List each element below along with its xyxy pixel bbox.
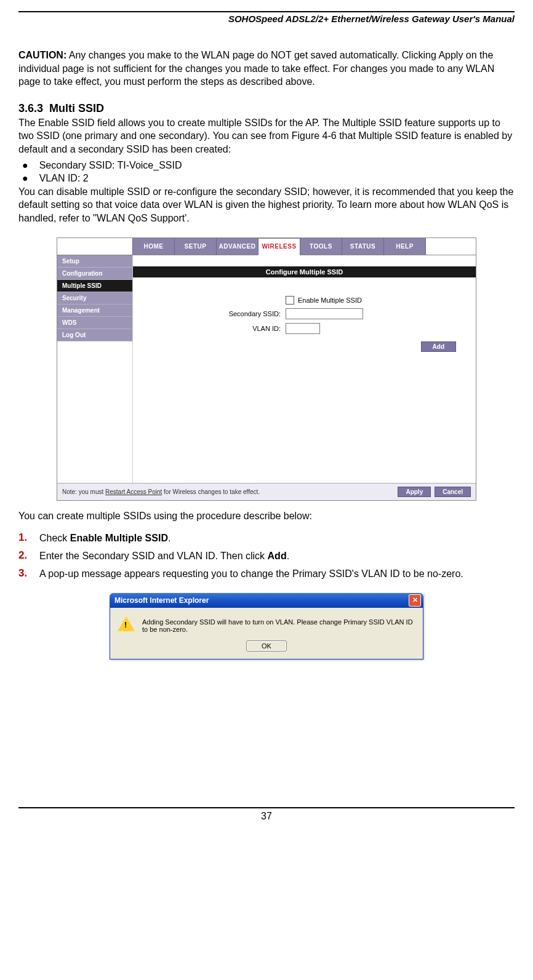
caution-text: Any changes you make to the WLAN page do… [18,50,494,87]
step-number: 3. [18,567,39,581]
tab-status[interactable]: STATUS [342,238,383,255]
tab-home[interactable]: HOME [132,238,174,255]
step-text-bold: Enable Multiple SSID [70,533,168,543]
step-text-pre: Check [39,533,70,543]
ie-dialog: Microsoft Internet Explorer ✕ Adding Sec… [110,593,423,659]
router-sidebar: Setup Configuration Multiple SSID Securi… [57,255,132,483]
step-text-bold: Add [268,551,287,561]
add-button[interactable]: Add [421,341,456,352]
caution-paragraph: CAUTION: Any changes you make to the WLA… [18,49,515,89]
step-item: 1. Check Enable Multiple SSID. [18,531,515,545]
step-text-pre: A pop-up message appears requesting you … [39,568,463,579]
apply-button[interactable]: Apply [398,487,431,497]
step-item: 3. A pop-up message appears requesting y… [18,567,515,581]
tab-wireless[interactable]: WIRELESS [258,238,300,255]
footer-note: Note: you must Restart Access Point for … [62,488,394,495]
router-tabs: HOME SETUP ADVANCED WIRELESS TOOLS STATU… [57,238,476,255]
dialog-titlebar: Microsoft Internet Explorer ✕ [110,593,423,608]
enable-multiple-ssid-label: Enable Multiple SSID [298,297,362,304]
sidebar-item-logout[interactable]: Log Out [57,329,132,341]
tab-tools[interactable]: TOOLS [300,238,342,255]
secondary-ssid-label: Secondary SSID: [158,310,286,317]
sidebar-item-multiple-ssid[interactable]: Multiple SSID [57,280,132,292]
step-item: 2. Enter the Secondary SSID and VLAN ID.… [18,549,515,563]
section-title: Multi SSID [49,102,104,114]
router-config-screenshot: HOME SETUP ADVANCED WIRELESS TOOLS STATU… [57,237,476,501]
sidebar-item-configuration[interactable]: Configuration [57,268,132,280]
tab-setup[interactable]: SETUP [174,238,216,255]
doc-header-title: SOHOSpeed ADSL2/2+ Ethernet/Wireless Gat… [18,12,515,24]
section-heading: 3.6.3 Multi SSID [18,102,515,115]
dialog-close-button[interactable]: ✕ [409,594,421,607]
vlan-id-input[interactable] [286,323,320,334]
panel-title: Configure Multiple SSID [133,266,476,277]
enable-multiple-ssid-checkbox[interactable] [286,296,294,305]
router-main-panel: Configure Multiple SSID Enable Multiple … [132,255,476,483]
dialog-title: Microsoft Internet Explorer [114,596,409,605]
sidebar-item-setup[interactable]: Setup [57,255,132,268]
tab-end-spacer [426,238,476,255]
dialog-ok-button[interactable]: OK [246,640,287,651]
footer-note-pre: Note: you must [62,488,105,495]
sidebar-item-security[interactable]: Security [57,292,132,305]
page-number: 37 [18,807,515,832]
procedure-intro: You can create multiple SSIDs using the … [18,509,515,523]
sidebar-item-management[interactable]: Management [57,305,132,317]
tab-advanced[interactable]: ADVANCED [216,238,258,255]
secondary-ssid-input[interactable] [286,308,363,319]
bullet-item: VLAN ID: 2 [18,172,515,185]
restart-access-point-link[interactable]: Restart Access Point [105,488,162,495]
sidebar-item-wds[interactable]: WDS [57,317,132,329]
caution-label: CAUTION: [18,50,66,60]
step-number: 1. [18,531,39,545]
intro-paragraph: The Enable SSID field allows you to crea… [18,116,515,156]
step-text-pre: Enter the Secondary SSID and VLAN ID. Th… [39,551,268,561]
vlan-id-label: VLAN ID: [158,325,286,332]
tab-spacer [57,238,132,255]
warning-icon [118,616,135,631]
bullet-item: Secondary SSID: TI-Voice_SSID [18,159,515,172]
step-text-post: . [168,533,170,543]
step-text-post: . [287,551,289,561]
section-number: 3.6.3 [18,102,43,114]
procedure-steps: 1. Check Enable Multiple SSID. 2. Enter … [18,531,515,581]
dialog-message: Adding Secondary SSID will have to turn … [142,616,415,633]
bullet-list: Secondary SSID: TI-Voice_SSID VLAN ID: 2 [18,159,515,185]
footer-note-post: for Wireless changes to take effect. [162,488,260,495]
after-bullets-paragraph: You can disable multiple SSID or re-conf… [18,185,515,225]
tab-help[interactable]: HELP [383,238,426,255]
cancel-button[interactable]: Cancel [435,487,471,497]
router-footer: Note: you must Restart Access Point for … [57,483,476,500]
step-number: 2. [18,549,39,563]
